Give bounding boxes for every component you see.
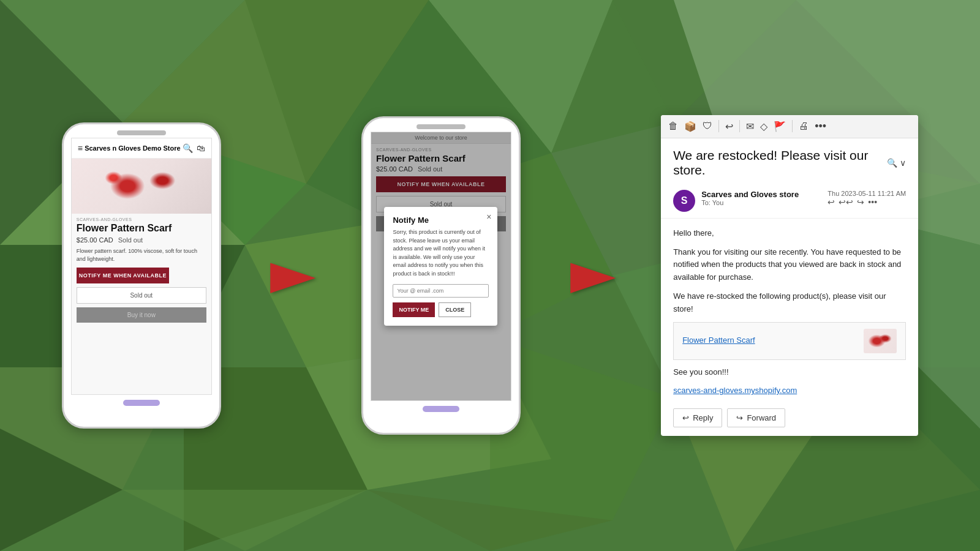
store-title: Scarves n Gloves Demo Store <box>83 144 183 152</box>
more-meta-icon[interactable]: ••• <box>868 197 877 207</box>
toolbar-sep-3 <box>792 120 793 132</box>
flag-icon[interactable]: ◇ <box>760 121 767 132</box>
product-price-row-1: $25.00 CAD Sold out <box>72 236 211 247</box>
reply-button[interactable]: ↩ Reply <box>673 408 722 427</box>
notify-me-btn[interactable]: NOTIFY ME <box>393 302 435 317</box>
phone-1-screen: ≡ Scarves n Gloves Demo Store 🔍 🛍 SCARVE… <box>71 138 212 395</box>
email-subject-row: We are restocked! Please visit our store… <box>661 138 918 184</box>
forward-label: Forward <box>747 413 776 422</box>
product-image-inner-1 <box>72 159 211 214</box>
modal-buttons: NOTIFY ME CLOSE <box>393 302 489 317</box>
forward-icon: ↪ <box>736 413 743 422</box>
phone-1-home-btn <box>123 400 160 406</box>
header-icons: 🔍 🛍 <box>183 143 205 153</box>
phone-2: Welcome to our store Notify Me × Sorry, … <box>361 116 521 435</box>
modal-title: Notify Me <box>393 216 489 225</box>
sender-info: Scarves and Gloves store To: You <box>701 190 821 206</box>
sender-name: Scarves and Gloves store <box>701 190 821 199</box>
print-icon[interactable]: 🖨 <box>799 121 809 132</box>
store-brand-1: SCARVES-AND-GLOVES <box>72 214 211 223</box>
email-toolbar: 🗑 📦 🛡 ↩ ✉ ◇ 🚩 🖨 ••• <box>661 115 918 138</box>
arrow-right: ▶ <box>570 254 612 297</box>
shield-icon[interactable]: 🛡 <box>703 121 712 132</box>
toolbar-sep-2 <box>739 120 740 132</box>
forward-meta-icon[interactable]: ↪ <box>857 197 864 207</box>
email-date-actions: Thu 2023-05-11 11:21 AM ↩ ↩↩ ↪ ••• <box>827 190 906 207</box>
modal-overlay: Notify Me × Sorry, this product is curre… <box>371 132 511 400</box>
notify-btn-1[interactable]: NOTIFY ME WHEN AVAILABLE <box>77 268 169 283</box>
product-link[interactable]: Flower Pattern Scarf <box>682 334 755 347</box>
delete-icon[interactable]: 🗑 <box>668 121 678 132</box>
arrow-left: ▶ <box>270 254 312 297</box>
reply-all-meta-icon[interactable]: ↩↩ <box>839 197 853 207</box>
product-desc-1: Flower pattern scarf. 100% viscose, soft… <box>72 247 211 268</box>
email-footer-actions: ↩ Reply ↪ Forward <box>673 405 906 427</box>
phone-2-screen: Welcome to our store Notify Me × Sorry, … <box>371 132 511 401</box>
sender-to: To: You <box>701 199 821 206</box>
phone-1: ≡ Scarves n Gloves Demo Store 🔍 🛍 SCARVE… <box>62 122 221 429</box>
product-thumbnail <box>864 329 897 353</box>
close-modal-btn[interactable]: CLOSE <box>439 302 471 317</box>
bookmark-icon[interactable]: 🚩 <box>774 121 786 132</box>
phone-2-notch <box>417 124 466 129</box>
product-name-1: Flower Pattern Scarf <box>72 223 211 236</box>
reply-label: Reply <box>693 413 713 422</box>
reply-toolbar-icon[interactable]: ↩ <box>725 121 733 132</box>
email-input[interactable] <box>393 284 489 298</box>
notify-modal: Notify Me × Sorry, this product is curre… <box>384 207 497 326</box>
email-body: Hello there, Thank you for visiting our … <box>661 219 918 436</box>
sold-out-btn-1: Sold out <box>77 287 206 304</box>
email-greeting: Hello there, <box>673 227 906 240</box>
email-para2: We have re-stocked the following product… <box>673 290 906 316</box>
modal-close-x[interactable]: × <box>486 212 491 222</box>
email-sign-off: See you soon!!! <box>673 366 906 379</box>
search-icon[interactable]: 🔍 <box>183 143 193 153</box>
phone-2-home-btn <box>423 406 459 412</box>
product-price-1: $25.00 CAD <box>77 236 113 244</box>
hamburger-icon[interactable]: ≡ <box>78 143 83 153</box>
archive-icon[interactable]: 📦 <box>684 121 696 132</box>
email-meta-icons: ↩ ↩↩ ↪ ••• <box>827 197 906 207</box>
cart-icon[interactable]: 🛍 <box>197 143 205 153</box>
phone-1-header: ≡ Scarves n Gloves Demo Store 🔍 🛍 <box>72 138 211 159</box>
buy-now-btn-1: Buy it now <box>77 307 206 323</box>
more-icon[interactable]: ••• <box>815 120 826 133</box>
reply-meta-icon[interactable]: ↩ <box>827 197 835 207</box>
product-link-block: Flower Pattern Scarf <box>673 322 906 360</box>
email-date: Thu 2023-05-11 11:21 AM <box>827 190 906 197</box>
phone-1-notch <box>117 130 166 135</box>
email-para1: Thank you for visiting our site recently… <box>673 246 906 284</box>
store-link[interactable]: scarves-and-gloves.myshopify.com <box>673 384 906 397</box>
email-panel: 🗑 📦 🛡 ↩ ✉ ◇ 🚩 🖨 ••• We are restocked! Pl… <box>661 115 918 436</box>
email-meta: S Scarves and Gloves store To: You Thu 2… <box>661 184 918 219</box>
sender-avatar: S <box>673 190 695 212</box>
email-subject: We are restocked! Please visit our store… <box>673 148 887 178</box>
reply-icon: ↩ <box>682 413 689 422</box>
forward-button[interactable]: ↪ Forward <box>727 408 785 427</box>
modal-text: Sorry, this product is currently out of … <box>393 228 489 278</box>
product-image-1 <box>72 159 211 214</box>
toolbar-sep-1 <box>718 120 719 132</box>
zoom-icon[interactable]: 🔍 ∨ <box>887 158 906 168</box>
compose-icon[interactable]: ✉ <box>746 121 754 132</box>
sold-out-badge-1: Sold out <box>118 236 143 244</box>
